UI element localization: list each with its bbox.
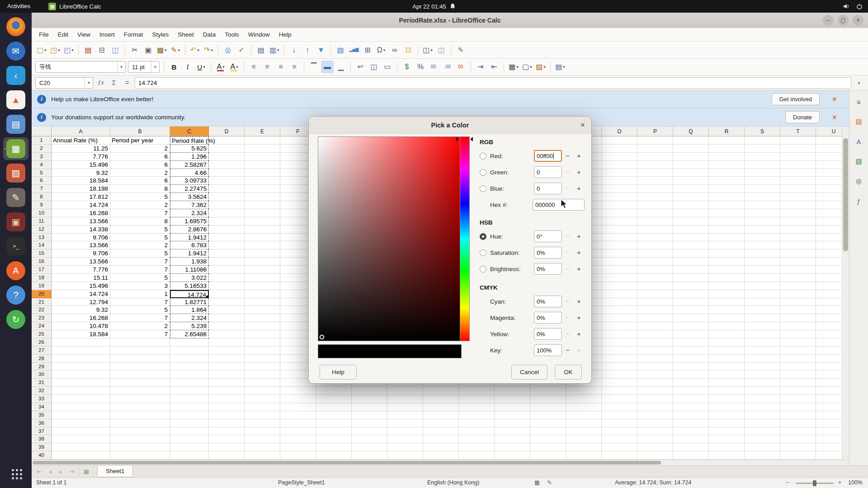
grid-corner[interactable] bbox=[32, 127, 52, 136]
help-button[interactable]: Help bbox=[320, 365, 357, 380]
magenta-increase-button[interactable]: + bbox=[573, 312, 585, 324]
key-input[interactable]: 100% bbox=[534, 344, 562, 356]
cell-S19[interactable] bbox=[745, 282, 780, 290]
cell-P9[interactable] bbox=[637, 201, 673, 209]
cell-T32[interactable] bbox=[780, 387, 816, 395]
saturation-input[interactable]: 0% bbox=[534, 247, 562, 258]
cell-B2[interactable]: 2 bbox=[110, 145, 170, 153]
cell-Q17[interactable] bbox=[673, 266, 709, 274]
cell-Q4[interactable] bbox=[673, 161, 709, 169]
merge-cells-button[interactable]: ▭ bbox=[381, 61, 394, 73]
sort-ascending-button[interactable]: ↓ bbox=[288, 44, 300, 56]
cell-O35[interactable] bbox=[602, 411, 637, 419]
last-sheet-button[interactable]: ⇥ bbox=[68, 468, 76, 475]
cell-D36[interactable] bbox=[209, 419, 245, 427]
cell-E6[interactable] bbox=[245, 177, 280, 185]
system-tray[interactable] bbox=[843, 3, 863, 9]
yellow-decrease-button[interactable]: − bbox=[562, 328, 573, 340]
cell-A7[interactable]: 18.198 bbox=[52, 185, 110, 193]
row-header-22[interactable]: 22 bbox=[32, 306, 52, 314]
cell-C5[interactable]: 4.66 bbox=[170, 169, 209, 177]
cell-D26[interactable] bbox=[209, 338, 245, 347]
row-header-14[interactable]: 14 bbox=[32, 241, 52, 249]
cell-C11[interactable]: 1.69575 bbox=[170, 217, 209, 225]
cell-C35[interactable] bbox=[170, 411, 209, 419]
cell-C30[interactable] bbox=[170, 371, 209, 379]
cell-M38[interactable] bbox=[530, 435, 566, 443]
cell-D31[interactable] bbox=[209, 379, 245, 387]
cell-E19[interactable] bbox=[245, 282, 280, 290]
cell-A40[interactable] bbox=[52, 451, 110, 460]
cell-T34[interactable] bbox=[780, 403, 816, 411]
cell-A31[interactable] bbox=[52, 379, 110, 387]
wrap-text-button[interactable]: ↩ bbox=[354, 61, 367, 73]
cell-F35[interactable] bbox=[280, 411, 316, 419]
cell-B25[interactable]: 7 bbox=[110, 330, 170, 338]
row-header-4[interactable]: 4 bbox=[32, 161, 52, 169]
cell-P17[interactable] bbox=[637, 266, 673, 274]
cell-I39[interactable] bbox=[387, 443, 423, 451]
cyan-increase-button[interactable]: + bbox=[573, 296, 585, 307]
row-header-7[interactable]: 7 bbox=[32, 185, 52, 193]
cell-S3[interactable] bbox=[745, 153, 780, 161]
cell-D13[interactable] bbox=[209, 234, 245, 242]
underline-button[interactable]: U▾ bbox=[195, 61, 208, 73]
cell-R9[interactable] bbox=[709, 201, 745, 209]
cell-A38[interactable] bbox=[52, 435, 110, 443]
cell-R6[interactable] bbox=[709, 177, 745, 185]
cell-D22[interactable] bbox=[209, 306, 245, 314]
format-as-number-button[interactable]: 00. bbox=[428, 61, 440, 73]
cell-B36[interactable] bbox=[110, 419, 170, 427]
cell-R29[interactable] bbox=[709, 363, 745, 371]
cell-O7[interactable] bbox=[602, 185, 637, 193]
cell-S1[interactable] bbox=[745, 136, 780, 145]
cell-E25[interactable] bbox=[245, 330, 280, 338]
cell-G35[interactable] bbox=[316, 411, 352, 419]
cell-B15[interactable]: 5 bbox=[110, 249, 170, 258]
cell-B19[interactable]: 3 bbox=[110, 282, 170, 290]
cell-B23[interactable]: 7 bbox=[110, 314, 170, 322]
cell-F39[interactable] bbox=[280, 443, 316, 451]
cell-E23[interactable] bbox=[245, 314, 280, 322]
cell-E5[interactable] bbox=[245, 169, 280, 177]
cell-A6[interactable]: 18.584 bbox=[52, 177, 110, 185]
cell-B21[interactable]: 7 bbox=[110, 298, 170, 306]
cell-G33[interactable] bbox=[316, 395, 352, 403]
cell-O25[interactable] bbox=[602, 330, 637, 338]
cell-T23[interactable] bbox=[780, 314, 816, 322]
cell-P6[interactable] bbox=[637, 177, 673, 185]
cell-T40[interactable] bbox=[780, 451, 816, 460]
dock-help[interactable]: ? bbox=[3, 284, 28, 306]
open-dropdown-arrow[interactable]: ▾ bbox=[58, 48, 60, 52]
cell-O28[interactable] bbox=[602, 355, 637, 363]
cell-C4[interactable]: 2.58267 bbox=[170, 161, 209, 169]
cell-E13[interactable] bbox=[245, 234, 280, 242]
cell-B40[interactable] bbox=[110, 451, 170, 460]
border-color-dropdown-arrow[interactable]: ▾ bbox=[543, 65, 546, 69]
cell-A18[interactable]: 15.11 bbox=[52, 274, 110, 282]
cell-C2[interactable]: 5.625 bbox=[170, 145, 209, 153]
cell-S6[interactable] bbox=[745, 177, 780, 185]
row-header-1[interactable]: 1 bbox=[32, 136, 52, 145]
cell-R20[interactable] bbox=[709, 290, 745, 298]
cell-Q21[interactable] bbox=[673, 298, 709, 306]
cell-J37[interactable] bbox=[423, 427, 459, 436]
infobar-close-icon[interactable]: × bbox=[829, 113, 840, 122]
cell-S9[interactable] bbox=[745, 201, 780, 209]
cell-T2[interactable] bbox=[780, 145, 816, 153]
cell-Q7[interactable] bbox=[673, 185, 709, 193]
cell-S21[interactable] bbox=[745, 298, 780, 306]
yellow-input[interactable]: 0% bbox=[534, 328, 562, 340]
cell-R1[interactable] bbox=[709, 136, 745, 145]
italic-button[interactable]: I bbox=[181, 61, 194, 73]
cell-P5[interactable] bbox=[637, 169, 673, 177]
cell-D20[interactable] bbox=[209, 290, 245, 298]
cell-Q35[interactable] bbox=[673, 411, 709, 419]
cell-B30[interactable] bbox=[110, 371, 170, 379]
cell-S23[interactable] bbox=[745, 314, 780, 322]
row-header-16[interactable]: 16 bbox=[32, 258, 52, 266]
cell-D27[interactable] bbox=[209, 347, 245, 355]
magenta-input[interactable]: 0% bbox=[534, 312, 562, 324]
menu-window[interactable]: Window bbox=[244, 28, 274, 42]
menu-data[interactable]: Data bbox=[198, 28, 221, 42]
